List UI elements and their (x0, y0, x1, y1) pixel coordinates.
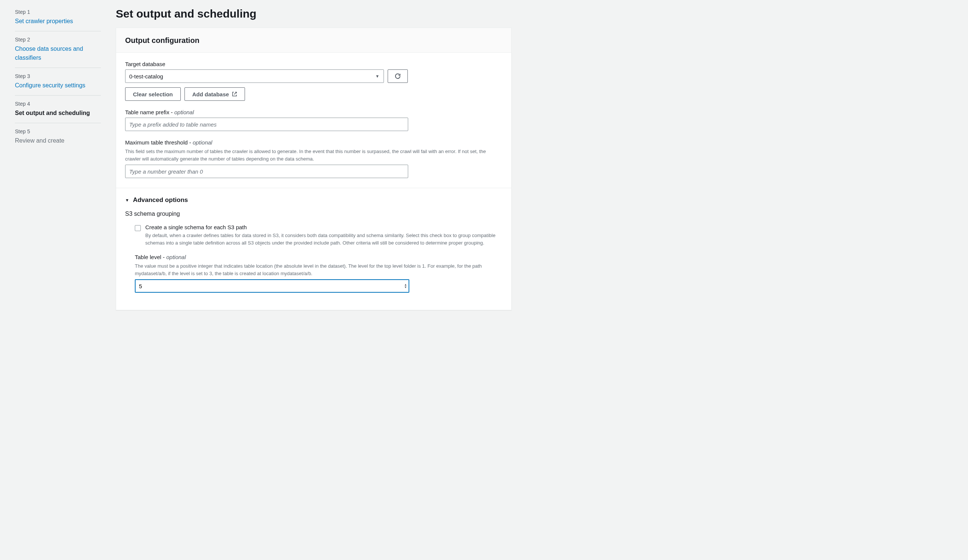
external-link-icon (232, 91, 237, 97)
refresh-button[interactable] (388, 70, 408, 83)
target-database-label: Target database (125, 61, 502, 67)
wizard-sidebar: Step 1 Set crawler properties Step 2 Cho… (0, 0, 116, 560)
step-number: Step 4 (15, 101, 101, 107)
step-2[interactable]: Step 2 Choose data sources and classifie… (15, 36, 101, 68)
max-threshold-label: Maximum table threshold - optional (125, 139, 502, 146)
max-threshold-hint: This field sets the maximum number of ta… (125, 148, 502, 162)
advanced-options-title: Advanced options (133, 196, 188, 204)
max-threshold-field: Maximum table threshold - optional This … (125, 139, 502, 178)
refresh-icon (394, 73, 401, 80)
chevron-down-icon: ▼ (125, 198, 129, 202)
panel-header: Output configuration (116, 28, 511, 53)
table-prefix-label: Table name prefix - optional (125, 109, 502, 115)
single-schema-checkbox-label[interactable]: Create a single schema for each S3 path (145, 224, 502, 230)
step-title-link[interactable]: Configure security settings (15, 81, 101, 90)
step-title-link[interactable]: Set crawler properties (15, 17, 101, 26)
step-title-active: Set output and scheduling (15, 109, 101, 118)
target-database-field: Target database 0-test-catalog ▼ (125, 61, 502, 101)
page-title: Set output and scheduling (116, 7, 512, 20)
table-level-hint: The value must be a positive integer tha… (135, 262, 502, 277)
target-database-select[interactable]: 0-test-catalog (125, 70, 384, 83)
max-threshold-input[interactable] (125, 165, 408, 178)
main-content: Set output and scheduling Output configu… (116, 0, 527, 560)
s3-schema-grouping-title: S3 schema grouping (125, 210, 502, 217)
single-schema-checkbox[interactable] (135, 225, 141, 231)
table-level-input[interactable] (135, 279, 409, 293)
output-configuration-panel: Output configuration Target database 0-t… (116, 28, 512, 310)
single-schema-checkbox-row: Create a single schema for each S3 path … (125, 224, 502, 247)
step-title-link[interactable]: Choose data sources and classifiers (15, 45, 101, 62)
advanced-options-toggle[interactable]: ▼ Advanced options (125, 196, 502, 204)
single-schema-checkbox-hint: By default, when a crawler defines table… (145, 232, 502, 247)
add-database-button[interactable]: Add database (184, 87, 245, 101)
target-database-value: 0-test-catalog (129, 73, 163, 80)
panel-title: Output configuration (125, 36, 502, 45)
step-number: Step 2 (15, 36, 101, 43)
step-number: Step 1 (15, 9, 101, 15)
table-level-label: Table level - optional (135, 254, 502, 260)
table-level-field: Table level - optional The value must be… (125, 254, 502, 293)
step-5: Step 5 Review and create (15, 128, 101, 151)
step-3[interactable]: Step 3 Configure security settings (15, 73, 101, 96)
step-number: Step 5 (15, 128, 101, 134)
table-prefix-input[interactable] (125, 118, 408, 131)
table-prefix-field: Table name prefix - optional (125, 109, 502, 131)
step-4: Step 4 Set output and scheduling (15, 101, 101, 123)
step-number: Step 3 (15, 73, 101, 79)
step-1[interactable]: Step 1 Set crawler properties (15, 9, 101, 31)
clear-selection-button[interactable]: Clear selection (125, 87, 181, 101)
advanced-options-section: ▼ Advanced options S3 schema grouping Cr… (116, 188, 511, 293)
step-title-disabled: Review and create (15, 136, 101, 145)
